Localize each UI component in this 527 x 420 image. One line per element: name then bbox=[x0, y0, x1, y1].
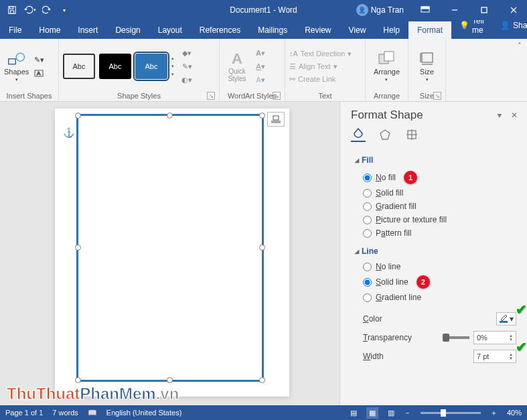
resize-handle[interactable] bbox=[75, 113, 81, 119]
resize-handle[interactable] bbox=[167, 377, 173, 383]
resize-handle[interactable] bbox=[259, 113, 265, 119]
shapes-gallery-button[interactable]: Shapes▾ bbox=[4, 50, 29, 82]
fill-pattern-option[interactable]: Pattern fill bbox=[355, 226, 523, 240]
line-width-property: Width 7 pt▲▼ ✔ bbox=[355, 347, 523, 366]
text-outline-button[interactable]: A▾ bbox=[254, 60, 267, 72]
zoom-slider[interactable] bbox=[421, 412, 481, 414]
panel-close-icon[interactable]: ✕ bbox=[511, 111, 518, 120]
fill-section-heading[interactable]: Fill bbox=[355, 149, 523, 169]
dialog-launcher-icon[interactable]: ↘ bbox=[273, 92, 281, 100]
tab-mailings[interactable]: Mailings bbox=[249, 21, 296, 39]
page-count[interactable]: Page 1 of 1 bbox=[5, 409, 43, 417]
quick-styles-button[interactable]: A Quick Styles bbox=[224, 50, 250, 82]
resize-handle[interactable] bbox=[75, 377, 81, 383]
fill-no-fill-option[interactable]: No fill1 bbox=[355, 169, 523, 186]
tab-file[interactable]: File bbox=[0, 21, 30, 39]
minimize-icon[interactable] bbox=[441, 0, 468, 20]
dialog-launcher-icon[interactable]: ↘ bbox=[433, 92, 441, 100]
group-size: Size▾ Size↘ bbox=[408, 39, 446, 101]
tab-review[interactable]: Review bbox=[296, 21, 340, 39]
collapse-ribbon-icon[interactable]: ˄ bbox=[446, 39, 527, 101]
layout-tab-icon[interactable] bbox=[404, 127, 419, 142]
word-count[interactable]: 7 words bbox=[52, 409, 78, 417]
create-link-button[interactable]: ⚯Create Link bbox=[289, 74, 335, 85]
transparency-slider[interactable] bbox=[443, 336, 469, 339]
print-layout-icon[interactable]: ▦ bbox=[366, 407, 378, 419]
align-text-button[interactable]: ☰Align Text ▾ bbox=[289, 61, 337, 72]
ribbon: Shapes▾ ✎▾ A Insert Shapes Abc Abc Abc ▴… bbox=[0, 39, 527, 102]
size-button[interactable]: Size▾ bbox=[420, 50, 435, 82]
panel-dropdown-icon[interactable]: ▾ bbox=[498, 111, 502, 120]
anchor-icon: ⚓ bbox=[63, 127, 74, 138]
effects-tab-icon[interactable] bbox=[378, 127, 392, 142]
close-icon[interactable] bbox=[500, 0, 527, 20]
zoom-level[interactable]: 40% bbox=[507, 409, 522, 417]
format-shape-panel: Format Shape ▾ ✕ Fill No fill1 Solid fil… bbox=[340, 102, 527, 405]
text-fill-button[interactable]: A▾ bbox=[254, 47, 267, 59]
user-account[interactable]: 👤 Nga Tran bbox=[351, 4, 409, 16]
language-status[interactable]: English (United States) bbox=[106, 409, 182, 417]
spell-check-icon[interactable]: 📖 bbox=[88, 409, 97, 417]
zoom-out-button[interactable]: － bbox=[404, 408, 411, 418]
group-text: ↕AText Direction ▾ ☰Align Text ▾ ⚯Create… bbox=[285, 39, 366, 101]
shape-effects-button[interactable]: ◐▾ bbox=[181, 74, 193, 86]
share-icon: 👤 bbox=[500, 21, 510, 30]
tab-home[interactable]: Home bbox=[30, 21, 69, 39]
tab-format[interactable]: Format bbox=[408, 21, 451, 39]
dialog-launcher-icon[interactable]: ↘ bbox=[207, 92, 215, 100]
avatar-icon: 👤 bbox=[356, 4, 368, 16]
annotation-badge-1: 1 bbox=[404, 171, 417, 184]
transparency-input[interactable]: 0%▲▼ bbox=[473, 331, 516, 344]
color-picker-button[interactable]: ▾ bbox=[496, 312, 516, 326]
shape-style-3[interactable]: Abc bbox=[135, 54, 167, 79]
shape-style-2[interactable]: Abc bbox=[99, 54, 131, 79]
zoom-in-button[interactable]: ＋ bbox=[490, 408, 498, 418]
tab-references[interactable]: References bbox=[191, 21, 249, 39]
maximize-icon[interactable] bbox=[471, 0, 498, 20]
document-canvas[interactable]: ⚓ bbox=[0, 102, 340, 405]
selected-rectangle-shape[interactable] bbox=[76, 114, 264, 382]
title-bar: ▾ ▾ Document1 - Word 👤 Nga Tran bbox=[0, 0, 527, 20]
undo-icon[interactable]: ▾ bbox=[21, 2, 37, 18]
fill-line-tab-icon[interactable] bbox=[351, 127, 366, 142]
status-bar: Page 1 of 1 7 words 📖 English (United St… bbox=[0, 405, 527, 420]
tab-help[interactable]: Help bbox=[374, 21, 408, 39]
arrange-button[interactable]: Arrange▾ bbox=[374, 50, 400, 82]
fill-picture-option[interactable]: Picture or texture fill bbox=[355, 213, 523, 226]
read-mode-icon[interactable]: ▤ bbox=[350, 409, 357, 417]
tab-insert[interactable]: Insert bbox=[69, 21, 106, 39]
save-icon[interactable] bbox=[4, 2, 20, 18]
color-label: Color bbox=[363, 314, 382, 324]
text-box-button[interactable]: A bbox=[33, 67, 45, 79]
resize-handle[interactable] bbox=[259, 377, 265, 383]
tab-design[interactable]: Design bbox=[106, 21, 149, 39]
group-insert-shapes: Shapes▾ ✎▾ A Insert Shapes bbox=[0, 39, 59, 101]
line-gradient-option[interactable]: Gradient line bbox=[355, 291, 523, 304]
resize-handle[interactable] bbox=[75, 244, 81, 251]
fill-solid-option[interactable]: Solid fill bbox=[355, 186, 523, 200]
redo-icon[interactable] bbox=[39, 2, 55, 18]
resize-handle[interactable] bbox=[167, 113, 173, 119]
shape-fill-button[interactable]: ◆▾ bbox=[181, 47, 193, 59]
width-input[interactable]: 7 pt▲▼ bbox=[473, 350, 516, 363]
line-solid-option[interactable]: Solid line2 bbox=[355, 273, 523, 291]
resize-handle[interactable] bbox=[259, 244, 265, 251]
qat-customize-icon[interactable]: ▾ bbox=[56, 2, 72, 18]
tab-layout[interactable]: Layout bbox=[149, 21, 191, 39]
fill-gradient-option[interactable]: Gradient fill bbox=[355, 200, 523, 213]
panel-category-tabs bbox=[340, 126, 527, 149]
group-label: WordArt Styles↘ bbox=[224, 92, 281, 101]
shape-style-1[interactable]: Abc bbox=[63, 54, 95, 79]
edit-shape-button[interactable]: ✎▾ bbox=[33, 54, 45, 66]
text-direction-button[interactable]: ↕AText Direction ▾ bbox=[289, 48, 352, 60]
text-effects-button[interactable]: A▾ bbox=[254, 74, 267, 86]
annotation-check-icon: ✔ bbox=[516, 339, 527, 355]
shape-outline-button[interactable]: ✎▾ bbox=[181, 60, 193, 72]
line-section-heading[interactable]: Line bbox=[355, 240, 523, 260]
annotation-check-icon: ✔ bbox=[516, 301, 527, 318]
layout-options-button[interactable] bbox=[267, 112, 285, 127]
web-layout-icon[interactable]: ▥ bbox=[388, 409, 394, 417]
tab-view[interactable]: View bbox=[340, 21, 375, 39]
line-no-line-option[interactable]: No line bbox=[355, 260, 523, 273]
ribbon-display-options-icon[interactable] bbox=[412, 0, 439, 20]
